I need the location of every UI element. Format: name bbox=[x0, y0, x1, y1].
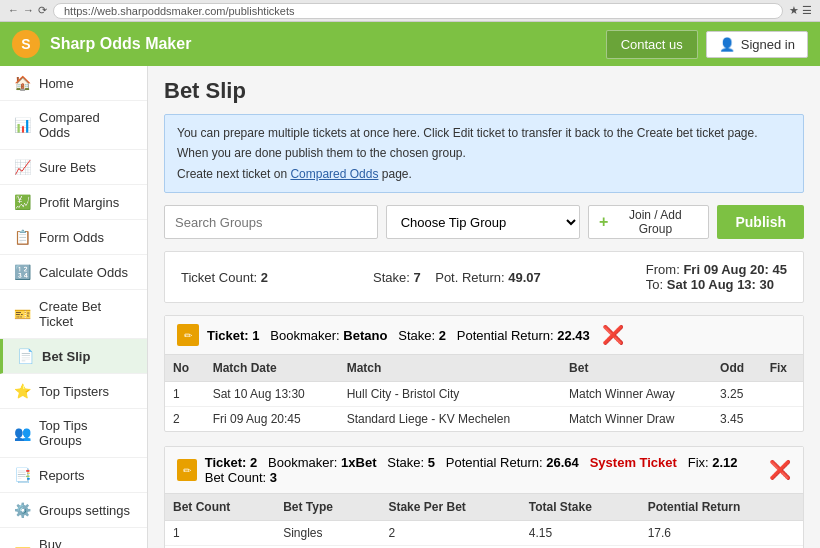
ticket-2-info: Ticket: 2 Bookmaker: 1xBet Stake: 5 Pote… bbox=[205, 455, 757, 485]
row-date: Sat 10 Aug 13:30 bbox=[205, 382, 339, 407]
ticket-2-delete-icon[interactable]: ❌ bbox=[769, 459, 791, 481]
col-stake-per-bet: Stake Per Bet bbox=[380, 494, 520, 521]
sidebar-item-buy-subscription[interactable]: 💳 Buy Subscription bbox=[0, 528, 147, 548]
sidebar-item-top-tipsters[interactable]: ⭐ Top Tipsters bbox=[0, 374, 147, 409]
logo-icon: S bbox=[12, 30, 40, 58]
row-bet: Match Winner Away bbox=[561, 382, 712, 407]
sys-total-stake: 4.15 bbox=[521, 521, 640, 546]
col-fix: Fix bbox=[762, 355, 803, 382]
ticket-2-edit-button[interactable]: ✏ bbox=[177, 459, 197, 481]
col-bet-type: Bet Type bbox=[275, 494, 380, 521]
sys-potential-return: 17.6 bbox=[640, 521, 803, 546]
ticket-1-delete-icon[interactable]: ❌ bbox=[602, 324, 624, 346]
row-odd: 3.25 bbox=[712, 382, 762, 407]
sidebar-label: Create Bet Ticket bbox=[39, 299, 133, 329]
ticket-count: Ticket Count: 2 bbox=[181, 270, 268, 285]
to-label: To: bbox=[646, 277, 663, 292]
sidebar-label: Reports bbox=[39, 468, 85, 483]
sidebar-item-form-odds[interactable]: 📋 Form Odds bbox=[0, 220, 147, 255]
sidebar-label: Buy Subscription bbox=[39, 537, 133, 548]
sidebar-item-calculate-odds[interactable]: 🔢 Calculate Odds bbox=[0, 255, 147, 290]
calculate-odds-icon: 🔢 bbox=[14, 264, 31, 280]
ticket-2: ✏ Ticket: 2 Bookmaker: 1xBet Stake: 5 Po… bbox=[164, 446, 804, 548]
col-total-stake: Total Stake bbox=[521, 494, 640, 521]
contact-button[interactable]: Contact us bbox=[606, 30, 698, 59]
sidebar-label: Sure Bets bbox=[39, 160, 96, 175]
col-match-date: Match Date bbox=[205, 355, 339, 382]
compared-odds-icon: 📊 bbox=[14, 117, 31, 133]
info-text-main: You can prepare multiple tickets at once… bbox=[177, 126, 758, 160]
pot-return-value: 49.07 bbox=[508, 270, 541, 285]
groups-settings-icon: ⚙️ bbox=[14, 502, 31, 518]
create-bet-ticket-icon: 🎫 bbox=[14, 306, 31, 322]
ticket-2-system-table: Bet Count Bet Type Stake Per Bet Total S… bbox=[165, 494, 803, 548]
sidebar-label: Groups settings bbox=[39, 503, 130, 518]
to-date: Sat 10 Aug 13: 30 bbox=[667, 277, 774, 292]
user-icon: 👤 bbox=[719, 37, 735, 52]
row-fix bbox=[762, 407, 803, 432]
sidebar-label: Calculate Odds bbox=[39, 265, 128, 280]
sidebar-label: Home bbox=[39, 76, 74, 91]
sidebar-item-top-tips-groups[interactable]: 👥 Top Tips Groups bbox=[0, 409, 147, 458]
plus-icon: + bbox=[599, 213, 608, 231]
profit-margins-icon: 💹 bbox=[14, 194, 31, 210]
signed-in-badge: 👤 Signed in bbox=[706, 31, 808, 58]
top-tipsters-icon: ⭐ bbox=[14, 383, 31, 399]
sidebar-item-groups-settings[interactable]: ⚙️ Groups settings bbox=[0, 493, 147, 528]
ticket-1-info: Ticket: 1 Bookmaker: Betano Stake: 2 Pot… bbox=[207, 328, 590, 343]
stake-info: Stake: 7 Pot. Return: 49.07 bbox=[373, 270, 541, 285]
signed-in-label: Signed in bbox=[741, 37, 795, 52]
sidebar-item-bet-slip[interactable]: 📄 Bet Slip bbox=[0, 339, 147, 374]
sidebar-label: Top Tipsters bbox=[39, 384, 109, 399]
col-no: No bbox=[165, 355, 205, 382]
ticket-count-value: 2 bbox=[261, 270, 268, 285]
url-bar[interactable]: https://web.sharpoddsmaker.com/publishti… bbox=[53, 3, 783, 19]
main-layout: 🏠 Home 📊 Compared Odds 📈 Sure Bets 💹 Pro… bbox=[0, 66, 820, 548]
reports-icon: 📑 bbox=[14, 467, 31, 483]
sys-stake-per-bet: 2 bbox=[380, 521, 520, 546]
from-date: Fri 09 Aug 20: 45 bbox=[683, 262, 787, 277]
page-title: Bet Slip bbox=[164, 78, 804, 104]
search-input[interactable] bbox=[164, 205, 378, 239]
summary-bar: Ticket Count: 2 Stake: 7 Pot. Return: 49… bbox=[164, 251, 804, 303]
sidebar-label: Top Tips Groups bbox=[39, 418, 133, 448]
row-no: 2 bbox=[165, 407, 205, 432]
compared-odds-link[interactable]: Compared Odds bbox=[290, 167, 378, 181]
col-potential-return: Potential Return bbox=[640, 494, 803, 521]
sidebar-item-home[interactable]: 🏠 Home bbox=[0, 66, 147, 101]
table-row: 2 Fri 09 Aug 20:45 Standard Liege - KV M… bbox=[165, 407, 803, 432]
ticket-2-header: ✏ Ticket: 2 Bookmaker: 1xBet Stake: 5 Po… bbox=[165, 447, 803, 494]
ticket-1-edit-button[interactable]: ✏ bbox=[177, 324, 199, 346]
sidebar-item-sure-bets[interactable]: 📈 Sure Bets bbox=[0, 150, 147, 185]
publish-button[interactable]: Publish bbox=[717, 205, 804, 239]
info-text-3: page. bbox=[382, 167, 412, 181]
tip-group-select[interactable]: Choose Tip Group bbox=[386, 205, 580, 239]
sidebar-item-compared-odds[interactable]: 📊 Compared Odds bbox=[0, 101, 147, 150]
table-row: 1 Singles 2 4.15 17.6 bbox=[165, 521, 803, 546]
join-add-group-button[interactable]: + Join / Add Group bbox=[588, 205, 709, 239]
sidebar: 🏠 Home 📊 Compared Odds 📈 Sure Bets 💹 Pro… bbox=[0, 66, 148, 548]
row-date: Fri 09 Aug 20:45 bbox=[205, 407, 339, 432]
col-odd: Odd bbox=[712, 355, 762, 382]
sidebar-label: Profit Margins bbox=[39, 195, 119, 210]
col-match: Match bbox=[339, 355, 561, 382]
join-add-label: Join / Add Group bbox=[612, 208, 698, 236]
header-right: Contact us 👤 Signed in bbox=[606, 30, 808, 59]
buy-subscription-icon: 💳 bbox=[14, 544, 31, 548]
home-icon: 🏠 bbox=[14, 75, 31, 91]
toolbar: Choose Tip Group + Join / Add Group Publ… bbox=[164, 205, 804, 239]
row-match: Standard Liege - KV Mechelen bbox=[339, 407, 561, 432]
from-label: From: bbox=[646, 262, 680, 277]
sidebar-label: Bet Slip bbox=[42, 349, 90, 364]
main-content: Bet Slip You can prepare multiple ticket… bbox=[148, 66, 820, 548]
sidebar-label: Compared Odds bbox=[39, 110, 133, 140]
row-odd: 3.45 bbox=[712, 407, 762, 432]
top-tips-groups-icon: 👥 bbox=[14, 425, 31, 441]
browser-nav[interactable]: ← → ⟳ bbox=[8, 4, 47, 17]
sidebar-item-create-bet-ticket[interactable]: 🎫 Create Bet Ticket bbox=[0, 290, 147, 339]
stake-label: Stake: bbox=[373, 270, 410, 285]
stake-value: 7 bbox=[414, 270, 421, 285]
ticket-1-table: No Match Date Match Bet Odd Fix 1 Sat 10… bbox=[165, 355, 803, 431]
sidebar-item-profit-margins[interactable]: 💹 Profit Margins bbox=[0, 185, 147, 220]
sidebar-item-reports[interactable]: 📑 Reports bbox=[0, 458, 147, 493]
